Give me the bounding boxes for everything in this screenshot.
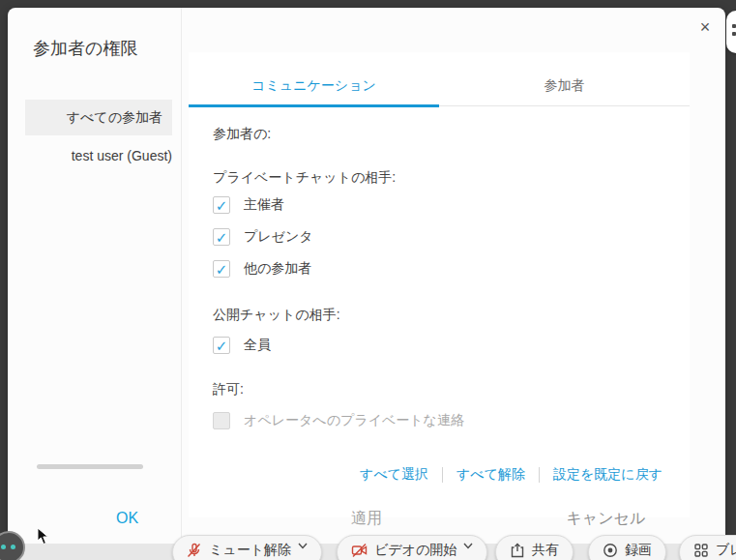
edge-panel-icon xyxy=(732,24,736,28)
presenter-checkbox[interactable]: ✓ xyxy=(213,228,230,246)
tab-communication[interactable]: コミュニケーション xyxy=(189,52,439,107)
allow-label: 許可: xyxy=(213,381,244,398)
check-icon: ✓ xyxy=(216,262,228,277)
everyone-checkbox[interactable]: ✓ xyxy=(213,337,230,354)
breakout-grid-icon xyxy=(693,543,709,558)
public-chat-label: 公開チャットの相手: xyxy=(213,307,340,324)
horizontal-scrollbar[interactable] xyxy=(37,464,143,469)
unmute-label: ミュート解除 xyxy=(209,542,291,559)
checkbox-row-other-participants: ✓ 他の参加者 xyxy=(213,260,311,278)
unmute-button[interactable]: ミュート解除 xyxy=(172,535,322,560)
avatar-detail xyxy=(11,545,15,549)
checkbox-row-operator-contact: オペレータへのプライベートな連絡 xyxy=(213,412,464,429)
participant-privileges-dialog: 参加者の権限 × すべての参加者 test user (Guest) コミュニケ… xyxy=(8,8,725,544)
reset-default-link[interactable]: 設定を既定に戻す xyxy=(540,466,676,484)
record-label: 録画 xyxy=(625,542,652,559)
record-icon xyxy=(603,543,618,558)
tab-participants[interactable]: 参加者 xyxy=(439,52,690,107)
share-label: 共有 xyxy=(532,542,559,559)
avatar-detail xyxy=(1,545,6,549)
host-label: 主催者 xyxy=(244,196,284,214)
start-video-button[interactable]: ビデオの開始 xyxy=(337,535,487,560)
other-participants-checkbox[interactable]: ✓ xyxy=(213,260,230,278)
everyone-label: 全員 xyxy=(244,337,271,354)
bulk-action-links: すべて選択 すべて解除 設定を既定に戻す xyxy=(346,466,676,484)
mic-off-icon xyxy=(187,543,202,558)
check-icon: ✓ xyxy=(216,230,228,245)
check-icon: ✓ xyxy=(216,339,228,353)
mouse-cursor xyxy=(37,528,52,545)
checkbox-row-presenter: ✓ プレゼンタ xyxy=(213,228,313,246)
edge-panel-button[interactable] xyxy=(726,11,736,53)
privileges-content-panel: コミュニケーション 参加者 参加者の: プライベートチャットの相手: ✓ 主催者… xyxy=(189,52,690,517)
clear-all-link[interactable]: すべて解除 xyxy=(443,466,539,484)
video-off-icon xyxy=(351,543,368,558)
operator-contact-checkbox[interactable] xyxy=(213,412,230,429)
meeting-app-screen: ミュート解除 ビデオの開始 共有 録画 ブレ xyxy=(0,0,736,560)
host-checkbox[interactable]: ✓ xyxy=(213,196,230,214)
intro-label: 参加者の: xyxy=(213,126,271,143)
chevron-down-icon[interactable] xyxy=(298,543,308,549)
check-icon: ✓ xyxy=(216,198,228,213)
breakout-label: ブレ xyxy=(716,542,736,559)
share-icon xyxy=(510,543,525,558)
operator-contact-label: オペレータへのプライベートな連絡 xyxy=(244,412,464,429)
share-button[interactable]: 共有 xyxy=(495,535,574,560)
checkbox-row-host: ✓ 主催者 xyxy=(213,196,284,214)
other-participants-label: 他の参加者 xyxy=(244,260,311,278)
record-button[interactable]: 録画 xyxy=(588,535,666,560)
select-all-link[interactable]: すべて選択 xyxy=(346,466,442,484)
edge-panel-icon xyxy=(732,32,736,36)
tab-bar: コミュニケーション 参加者 xyxy=(189,52,690,106)
sidebar-item-all-participants[interactable]: すべての参加者 xyxy=(25,100,172,135)
checkbox-row-everyone: ✓ 全員 xyxy=(213,337,271,354)
sidebar-item-test-user[interactable]: test user (Guest) xyxy=(25,141,172,170)
chevron-down-icon[interactable] xyxy=(463,543,473,549)
participant-list-sidebar: すべての参加者 test user (Guest) xyxy=(8,8,182,544)
private-chat-label: プライベートチャットの相手: xyxy=(213,169,396,187)
close-icon[interactable]: × xyxy=(691,14,720,41)
start-video-label: ビデオの開始 xyxy=(374,542,456,559)
breakout-button[interactable]: ブレ xyxy=(679,535,736,560)
presenter-label: プレゼンタ xyxy=(244,228,313,246)
